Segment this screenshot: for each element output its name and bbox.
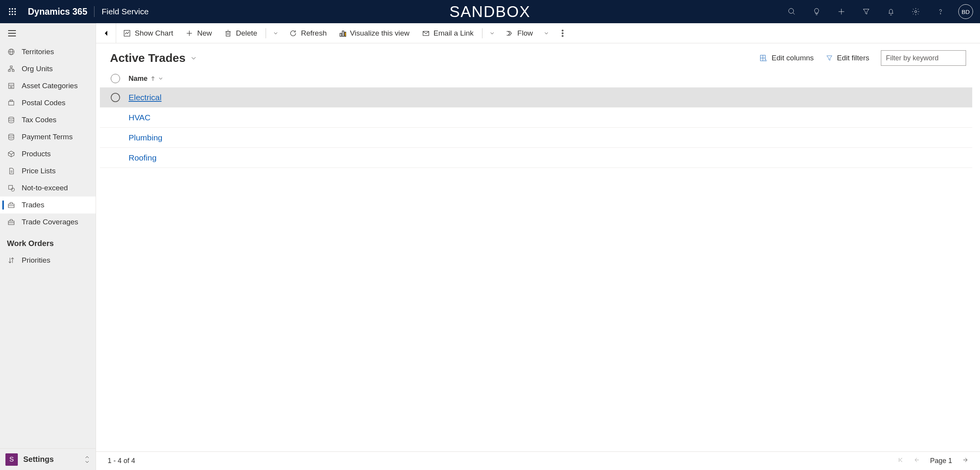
sidebar-item-label: Org Units: [22, 65, 53, 73]
svg-point-61: [562, 32, 563, 34]
sidebar-item-label: Trades: [22, 201, 44, 209]
pagination: Page 1: [898, 457, 968, 465]
svg-point-9: [789, 9, 794, 14]
view-actions: Edit columns Edit filters: [759, 50, 966, 66]
svg-point-40: [11, 188, 14, 191]
table-row[interactable]: Plumbing: [100, 128, 972, 148]
doc-icon: [7, 167, 15, 175]
flow-button[interactable]: Flow: [500, 23, 538, 43]
chevron-down-icon: [158, 76, 163, 81]
svg-point-14: [940, 14, 941, 14]
record-link[interactable]: HVAC: [129, 113, 151, 122]
edit-columns-button[interactable]: Edit columns: [759, 54, 814, 62]
command-bar: Show Chart New Delete Refresh Visualize …: [96, 23, 980, 43]
column-name-header[interactable]: Name: [125, 75, 163, 83]
sidebar-item-price-lists[interactable]: Price Lists: [0, 162, 96, 179]
sidebar-item-tax-codes[interactable]: Tax Codes: [0, 111, 96, 128]
svg-point-60: [562, 30, 563, 31]
visualize-label: Visualize this view: [350, 29, 410, 38]
sidebar-item-trades[interactable]: Trades: [0, 197, 96, 214]
filter-keyword-input[interactable]: [881, 50, 966, 66]
svg-point-0: [9, 8, 10, 10]
show-chart-label: Show Chart: [135, 29, 173, 38]
filter-icon[interactable]: [859, 5, 873, 19]
add-icon[interactable]: [834, 5, 848, 19]
prev-page-icon: [914, 457, 920, 465]
grid-footer: 1 - 4 of 4 Page 1: [96, 451, 980, 470]
overflow-button[interactable]: [556, 23, 569, 43]
sidebar-item-territories[interactable]: Territories: [0, 43, 96, 60]
delete-button[interactable]: Delete: [219, 23, 263, 43]
record-link[interactable]: Electrical: [129, 93, 161, 102]
refresh-label: Refresh: [301, 29, 327, 38]
email-link-label: Email a Link: [434, 29, 474, 38]
flow-chevron[interactable]: [540, 31, 553, 36]
table-row[interactable]: Electrical: [100, 87, 972, 108]
nte-icon: [7, 184, 15, 192]
page-label: Page 1: [930, 457, 952, 465]
divider: [94, 6, 94, 17]
sidebar-item-trade-coverages[interactable]: Trade Coverages: [0, 214, 96, 231]
view-title-dropdown[interactable]: Active Trades: [110, 51, 197, 65]
app-name-label[interactable]: Field Service: [101, 7, 148, 16]
environment-label: SANDBOX: [450, 3, 531, 21]
sidebar-item-label: Priorities: [22, 256, 50, 265]
edit-filters-button[interactable]: Edit filters: [826, 54, 869, 62]
sidebar-item-label: Postal Codes: [22, 99, 65, 107]
brand-label[interactable]: Dynamics 365: [28, 7, 87, 17]
svg-point-5: [14, 11, 16, 12]
select-all-checkbox[interactable]: [111, 74, 120, 83]
bell-icon[interactable]: [884, 5, 898, 19]
sidebar-item-priorities[interactable]: Priorities: [0, 252, 96, 269]
area-switcher[interactable]: S Settings: [0, 448, 96, 470]
asset-icon: [7, 82, 15, 90]
delete-split-chevron[interactable]: [269, 31, 282, 36]
org-icon: [7, 65, 15, 73]
sidebar-item-label: Trade Coverages: [22, 218, 78, 226]
table-row[interactable]: Roofing: [100, 148, 972, 168]
sidebar-item-payment-terms[interactable]: Payment Terms: [0, 128, 96, 145]
email-split-chevron[interactable]: [486, 31, 499, 36]
sidebar-item-postal-codes[interactable]: Postal Codes: [0, 94, 96, 111]
sidebar-item-label: Price Lists: [22, 167, 56, 175]
svg-rect-33: [10, 100, 13, 101]
back-button[interactable]: [99, 23, 116, 43]
svg-point-6: [9, 14, 10, 15]
sidebar-item-asset-categories[interactable]: Asset Categories: [0, 77, 96, 94]
svg-rect-21: [10, 66, 12, 68]
priority-icon: [7, 256, 15, 264]
row-checkbox[interactable]: [111, 93, 120, 102]
visualize-button[interactable]: Visualize this view: [334, 23, 415, 43]
nav-list: TerritoriesOrg UnitsAsset CategoriesPost…: [0, 43, 96, 448]
sidebar-item-org-units[interactable]: Org Units: [0, 60, 96, 77]
user-avatar[interactable]: BD: [958, 4, 973, 19]
toolbox-icon: [7, 218, 15, 226]
new-label: New: [197, 29, 212, 38]
next-page-icon[interactable]: [962, 457, 968, 465]
svg-rect-57: [342, 31, 344, 36]
sort-asc-icon: [151, 76, 155, 81]
refresh-button[interactable]: Refresh: [284, 23, 332, 43]
app-launcher-icon[interactable]: [3, 2, 22, 21]
sidebar-item-not-to-exceed[interactable]: Not-to-exceed: [0, 179, 96, 197]
sidebar-item-label: Territories: [22, 48, 54, 56]
lightbulb-icon[interactable]: [810, 5, 824, 19]
table-row[interactable]: HVAC: [100, 108, 972, 128]
help-icon[interactable]: [934, 5, 947, 19]
sidebar-item-products[interactable]: Products: [0, 145, 96, 162]
sidebar-item-label: Not-to-exceed: [22, 184, 68, 192]
show-chart-button[interactable]: Show Chart: [118, 23, 178, 43]
svg-rect-32: [9, 101, 14, 105]
flow-label: Flow: [517, 29, 533, 38]
record-link[interactable]: Plumbing: [129, 133, 163, 142]
email-link-button[interactable]: Email a Link: [417, 23, 479, 43]
hamburger-icon[interactable]: [0, 23, 96, 43]
new-button[interactable]: New: [180, 23, 217, 43]
svg-rect-56: [340, 33, 342, 36]
search-icon[interactable]: [785, 5, 799, 19]
svg-rect-58: [345, 32, 346, 36]
sidebar-item-label: Asset Categories: [22, 82, 78, 90]
grid: Name ElectricalHVACPlumbingRoofing: [96, 70, 980, 451]
gear-icon[interactable]: [909, 5, 923, 19]
record-link[interactable]: Roofing: [129, 153, 156, 162]
